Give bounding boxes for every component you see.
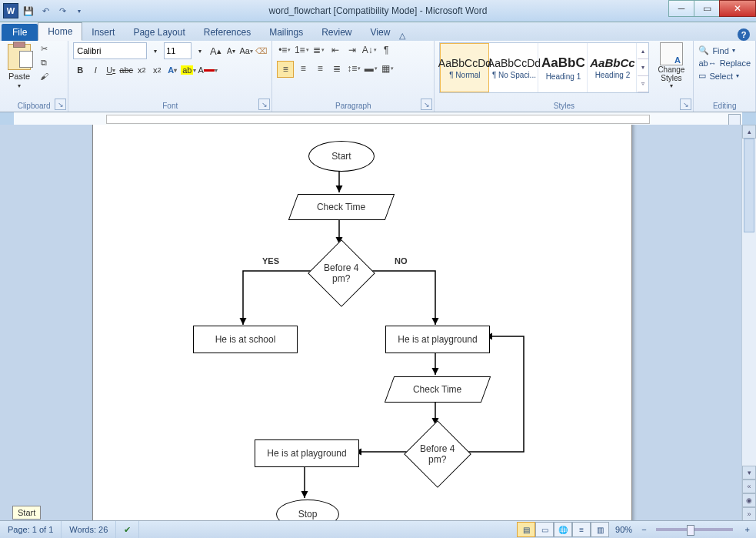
shape-check-time-2[interactable]: Check Time [385, 376, 491, 403]
italic-button[interactable]: I [88, 62, 102, 78]
paste-button[interactable]: Paste ▾ [5, 42, 34, 91]
window-minimize-button[interactable]: ─ [668, 0, 694, 17]
qat-customize-icon[interactable]: ▾ [72, 4, 86, 18]
select-button[interactable]: ▭Select ▾ [698, 71, 739, 81]
bullets-icon[interactable]: •≡ [277, 42, 292, 58]
window-maximize-button[interactable]: ▭ [694, 0, 720, 17]
change-styles-button[interactable]: Change Styles ▾ [654, 42, 688, 89]
format-painter-icon[interactable]: 🖌 [37, 70, 51, 82]
shape-playground-1[interactable]: He is at playground [385, 326, 490, 353]
change-case-icon[interactable]: Aa [239, 43, 253, 58]
clipboard-dialog-launcher[interactable]: ↘ [55, 99, 66, 110]
qat-undo-icon[interactable]: ↶ [38, 4, 52, 18]
next-page-icon[interactable]: » [742, 507, 756, 521]
minimize-ribbon-icon[interactable]: △ [399, 31, 405, 41]
view-print-layout-icon[interactable]: ▤ [517, 522, 535, 537]
strikethrough-button[interactable]: abc [119, 62, 133, 78]
word-app-icon[interactable]: W [3, 3, 18, 18]
status-bar: Page: 1 of 1 Words: 26 ✔ ▤ ▭ 🌐 ≡ ▥ 90% −… [0, 520, 756, 538]
page[interactable]: Start Check Time Before 4 pm? YES NO He … [92, 125, 632, 521]
align-right-icon[interactable]: ≡ [312, 61, 328, 76]
group-clipboard: Paste ▾ ✂ ⧉ 🖌 Clipboard ↘ [0, 41, 68, 112]
view-draft-icon[interactable]: ▥ [591, 522, 609, 537]
increase-indent-icon[interactable]: ⇥ [345, 42, 360, 58]
justify-icon[interactable]: ≣ [329, 61, 345, 76]
styles-gallery-more-icon[interactable]: ▿ [638, 76, 648, 92]
font-dialog-launcher[interactable]: ↘ [258, 99, 270, 110]
zoom-slider-knob[interactable] [687, 525, 694, 536]
find-button[interactable]: 🔍Find ▾ [698, 45, 734, 55]
styles-dialog-launcher[interactable]: ↘ [680, 99, 691, 110]
copy-icon[interactable]: ⧉ [37, 56, 51, 69]
bold-button[interactable]: B [73, 62, 87, 78]
view-full-screen-icon[interactable]: ▭ [535, 522, 554, 537]
tab-file[interactable]: File [2, 24, 38, 41]
paragraph-dialog-launcher[interactable]: ↘ [421, 99, 432, 110]
styles-gallery-up-icon[interactable]: ▴ [638, 43, 648, 59]
style-heading-1[interactable]: AaBbC Heading 1 [539, 43, 588, 92]
vertical-scrollbar[interactable]: ▴ ▾ « ◉ » [741, 125, 756, 521]
replace-button[interactable]: ab↔Replace [698, 58, 751, 68]
zoom-slider[interactable] [656, 528, 733, 531]
tab-mailings[interactable]: Mailings [260, 24, 312, 41]
numbering-icon[interactable]: 1≡ [294, 42, 309, 58]
qat-redo-icon[interactable]: ↷ [55, 4, 69, 18]
qat-save-icon[interactable]: 💾 [22, 4, 35, 18]
shape-playground-2[interactable]: He is at playground [255, 439, 359, 467]
shape-check-time-1[interactable]: Check Time [288, 194, 395, 220]
zoom-out-icon[interactable]: − [638, 525, 649, 534]
clear-formatting-icon[interactable]: ⌫ [255, 43, 268, 58]
font-size-dropdown-icon[interactable]: ▾ [193, 43, 207, 58]
window-close-button[interactable]: ✕ [719, 0, 756, 17]
scroll-thumb[interactable] [744, 139, 754, 232]
multilevel-list-icon[interactable]: ≣ [311, 42, 326, 58]
highlight-color-icon[interactable]: ab [181, 62, 196, 78]
zoom-in-icon[interactable]: + [739, 525, 756, 534]
status-proofing-icon[interactable]: ✔ [116, 521, 139, 538]
scroll-up-icon[interactable]: ▴ [742, 125, 756, 139]
status-page[interactable]: Page: 1 of 1 [0, 521, 62, 538]
shading-icon[interactable]: ▬ [363, 61, 378, 76]
styles-gallery[interactable]: AaBbCcDd ¶ Normal AaBbCcDd ¶ No Spaci...… [439, 42, 649, 93]
subscript-icon[interactable]: x2 [135, 62, 148, 78]
font-color-icon[interactable]: A [198, 62, 217, 78]
group-styles-label: Styles [439, 100, 688, 112]
style-normal[interactable]: AaBbCcDd ¶ Normal [440, 43, 489, 92]
view-outline-icon[interactable]: ≡ [572, 522, 591, 537]
tab-home[interactable]: Home [38, 22, 82, 41]
grow-font-icon[interactable]: A▴ [208, 43, 222, 58]
styles-gallery-down-icon[interactable]: ▾ [638, 59, 648, 75]
scroll-down-icon[interactable]: ▾ [742, 466, 756, 480]
show-marks-icon[interactable]: ¶ [378, 42, 394, 58]
tab-review[interactable]: Review [312, 24, 361, 41]
line-spacing-icon[interactable]: ↕≡ [346, 61, 361, 76]
status-words[interactable]: Words: 26 [62, 521, 116, 538]
shape-school[interactable]: He is at school [193, 326, 298, 353]
align-left-icon[interactable]: ≡ [277, 61, 294, 78]
prev-page-icon[interactable]: « [742, 480, 756, 493]
font-name-combo[interactable] [73, 42, 147, 59]
cut-icon[interactable]: ✂ [37, 42, 51, 55]
text-effects-icon[interactable]: A [165, 62, 179, 78]
decrease-indent-icon[interactable]: ⇤ [328, 42, 343, 58]
tab-insert[interactable]: Insert [82, 24, 124, 41]
superscript-icon[interactable]: x2 [150, 62, 164, 78]
shrink-font-icon[interactable]: A▾ [224, 43, 238, 58]
help-icon[interactable]: ? [738, 28, 750, 41]
document-area[interactable]: Start Check Time Before 4 pm? YES NO He … [0, 125, 742, 521]
tab-view[interactable]: View [361, 24, 400, 41]
font-name-dropdown-icon[interactable]: ▾ [148, 43, 162, 58]
view-web-layout-icon[interactable]: 🌐 [554, 522, 572, 537]
tab-references[interactable]: References [195, 24, 260, 41]
align-center-icon[interactable]: ≡ [295, 61, 311, 76]
sort-icon[interactable]: A↓ [361, 42, 377, 58]
shape-start[interactable]: Start [308, 141, 375, 172]
browse-object-icon[interactable]: ◉ [742, 493, 756, 507]
tab-page-layout[interactable]: Page Layout [124, 24, 194, 41]
zoom-level[interactable]: 90% [609, 525, 638, 534]
font-size-combo[interactable] [164, 42, 191, 59]
style-no-spacing[interactable]: AaBbCcDd ¶ No Spaci... [490, 43, 538, 92]
style-heading-2[interactable]: AaBbCc Heading 2 [588, 43, 637, 92]
underline-button[interactable]: U [104, 62, 118, 78]
borders-icon[interactable]: ▦ [380, 61, 395, 76]
